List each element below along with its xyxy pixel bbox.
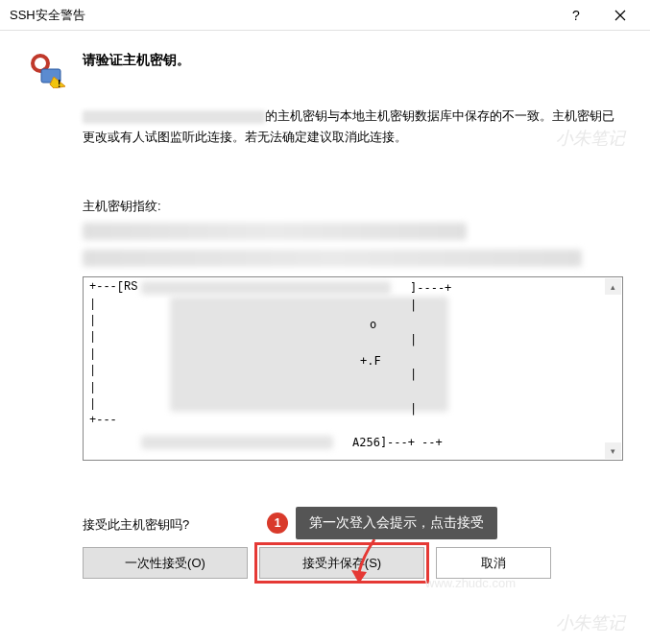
annotation-callout: 1 第一次登入会提示，点击接受 [267,507,497,539]
redacted-fingerprint-2 [83,250,582,267]
close-icon [614,10,626,21]
accept-save-button[interactable]: 接受并保存(S) [259,547,424,579]
svg-marker-5 [351,570,367,584]
svg-text:!: ! [58,79,60,88]
window-title: SSH安全警告 [10,7,554,24]
redacted-fingerprint-1 [83,223,467,240]
scroll-down-button[interactable]: ▾ [605,442,621,459]
redacted-ascii [141,436,333,449]
ascii-char: +.F [360,354,381,368]
annotation-tooltip: 第一次登入会提示，点击接受 [296,507,497,539]
warning-key-icon: ! [27,50,65,88]
ascii-art-box: ▴ ▾ +---[RS | | | S | | | | +--- o +.F A… [83,276,623,461]
annotation-number-badge: 1 [267,513,288,534]
ascii-char: --+ [421,436,443,449]
warning-body-text: 的主机密钥与本地主机密钥数据库中保存的不一致。主机密钥已更改或有人试图监听此连接… [83,106,623,148]
cancel-button[interactable]: 取消 [436,547,551,579]
ascii-char: o [370,318,376,331]
close-button[interactable] [598,0,642,31]
accept-once-button[interactable]: 一次性接受(O) [83,547,248,579]
ascii-char: | [410,333,417,346]
watermark-brand: 小朱笔记 [556,611,625,634]
ascii-char: | [410,368,417,381]
redacted-ascii [141,281,391,295]
redacted-host [83,110,265,124]
ascii-char: | [410,298,417,312]
ascii-char: | [410,402,417,416]
scroll-up-button[interactable]: ▴ [605,278,621,295]
fingerprint-hashes [83,223,623,267]
title-bar: SSH安全警告 ? [0,0,650,31]
annotation-arrow-icon [346,537,384,588]
ascii-char: A256]---+ [352,436,415,449]
help-button[interactable]: ? [554,0,598,31]
ascii-char: ]----+ [410,281,451,295]
redacted-ascii [170,297,448,412]
header-title: 请验证主机密钥。 [83,48,190,69]
fingerprint-label: 主机密钥指纹: [83,198,623,215]
